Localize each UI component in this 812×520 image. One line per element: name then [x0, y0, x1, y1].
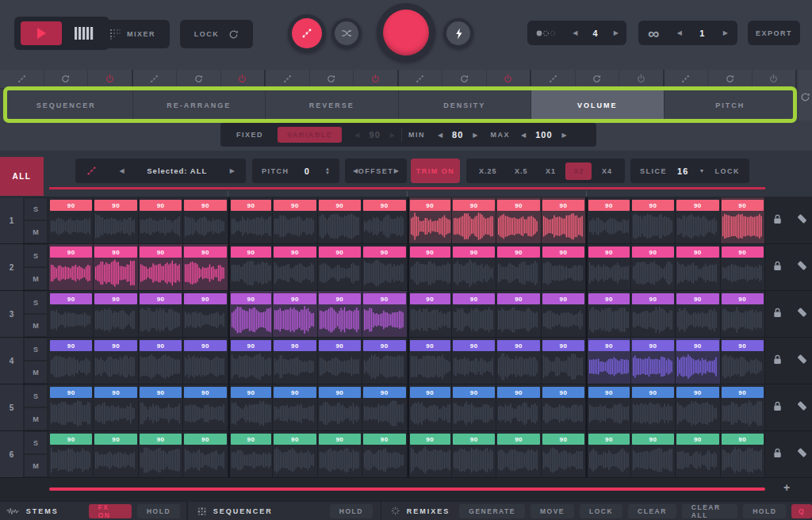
power-icon[interactable] [768, 74, 779, 84]
slice-cell[interactable]: 90 [496, 197, 541, 243]
slice-waveform[interactable] [140, 353, 182, 380]
fx-dice-icon-cell[interactable] [0, 70, 44, 88]
slice-waveform[interactable] [140, 446, 182, 474]
tab-re-arrange[interactable]: RE-ARRANGE [133, 90, 266, 120]
slice-waveform[interactable] [274, 353, 316, 380]
solo-button[interactable]: S [25, 198, 48, 220]
slice-cell[interactable]: 90 [139, 291, 183, 337]
slice-cell[interactable]: 90 [228, 197, 273, 243]
slice-cell[interactable]: 90 [721, 338, 765, 384]
slice-volume-header[interactable]: 90 [94, 200, 136, 211]
slice-cell[interactable]: 90 [408, 244, 452, 290]
track-number[interactable]: 3 [0, 291, 24, 337]
power-icon[interactable] [636, 74, 646, 84]
slice-waveform[interactable] [677, 259, 718, 287]
slice-volume-header[interactable]: 90 [722, 200, 764, 211]
slice-volume-header[interactable]: 90 [274, 340, 316, 351]
slice-waveform[interactable] [677, 212, 718, 240]
slice-waveform[interactable] [589, 400, 630, 427]
slice-cell[interactable]: 90 [676, 244, 720, 290]
slice-volume-header[interactable]: 90 [94, 387, 136, 398]
slice-volume-header[interactable]: 90 [184, 293, 226, 304]
slice-volume-header[interactable]: 90 [722, 434, 764, 445]
slice-volume-header[interactable]: 90 [94, 293, 136, 304]
slice-volume-header[interactable]: 90 [588, 200, 629, 211]
slice-cell[interactable]: 90 [318, 197, 362, 243]
slice-volume-header[interactable]: 90 [50, 340, 92, 351]
slice-waveform[interactable] [320, 446, 361, 474]
slice-volume-header[interactable]: 90 [632, 387, 674, 398]
slice-waveform[interactable] [411, 446, 452, 474]
slice-volume-header[interactable]: 90 [453, 340, 495, 351]
slice-waveform[interactable] [232, 400, 273, 427]
max-next-icon[interactable]: ▶ [562, 132, 567, 139]
fx-power-icon-cell[interactable] [88, 70, 133, 88]
slice-volume-header[interactable]: 90 [588, 387, 629, 398]
fixed-value-prev-icon[interactable]: ◀ [354, 132, 359, 139]
solo-button[interactable]: S [25, 385, 48, 407]
fx-refresh-icon-cell[interactable] [442, 70, 487, 88]
steps-prev-icon[interactable]: ◀ [573, 29, 577, 36]
slice-cell[interactable]: 90 [586, 291, 630, 337]
track-number[interactable]: 6 [0, 431, 24, 477]
slice-cell[interactable]: 90 [721, 244, 765, 290]
slice-volume-header[interactable]: 90 [632, 293, 674, 304]
slice-cell[interactable]: 90 [183, 244, 228, 290]
slice-waveform[interactable] [51, 400, 92, 427]
slice-cell[interactable]: 90 [408, 431, 452, 477]
slice-cell[interactable]: 90 [452, 291, 496, 337]
slice-waveform[interactable] [677, 353, 718, 380]
step-down-icon[interactable]: ▼ [325, 171, 330, 175]
slice-cell[interactable]: 90 [496, 291, 541, 337]
slice-volume-header[interactable]: 90 [497, 387, 539, 398]
auto-button[interactable] [446, 21, 470, 45]
slice-waveform[interactable] [232, 212, 273, 240]
slice-waveform[interactable] [95, 259, 136, 287]
slice-volume-header[interactable]: 90 [722, 247, 764, 258]
add-row-button[interactable]: + [783, 481, 790, 494]
row-eraser-icon[interactable] [796, 400, 808, 415]
slice-waveform[interactable] [140, 259, 182, 287]
slice-waveform[interactable] [51, 212, 92, 240]
fx-power-icon-cell[interactable] [354, 70, 399, 88]
slice-cell[interactable]: 90 [721, 291, 765, 337]
slice-cell[interactable]: 90 [542, 291, 586, 337]
slice-cell[interactable]: 90 [183, 431, 228, 477]
slice-volume-header[interactable]: 90 [497, 293, 539, 304]
slice-waveform[interactable] [722, 259, 764, 287]
slice-waveform[interactable] [677, 446, 718, 474]
refresh-icon[interactable] [592, 74, 602, 84]
slice-volume-header[interactable]: 90 [140, 293, 182, 304]
slice-cell[interactable]: 90 [676, 431, 720, 477]
slice-volume-header[interactable]: 90 [542, 247, 584, 258]
row-eraser-icon[interactable] [796, 354, 808, 369]
speed-x5[interactable]: X.5 [507, 162, 536, 180]
slice-cell[interactable]: 90 [228, 384, 273, 430]
slice-waveform[interactable] [95, 212, 136, 240]
slice-waveform[interactable] [633, 306, 674, 334]
slice-cell[interactable]: 90 [496, 431, 541, 477]
slice-volume-header[interactable]: 90 [542, 434, 584, 445]
mute-button[interactable]: M [25, 455, 48, 477]
slice-waveform[interactable] [498, 400, 539, 427]
slice-volume-header[interactable]: 90 [410, 340, 450, 351]
slice-volume-header[interactable]: 90 [94, 247, 136, 258]
fx-dice-icon-cell[interactable] [531, 70, 576, 88]
slice-cell[interactable]: 90 [452, 338, 496, 384]
slice-cell[interactable]: 90 [496, 384, 541, 430]
record-button[interactable] [383, 10, 429, 55]
offset-next-icon[interactable]: ▶ [394, 167, 399, 174]
slice-volume-header[interactable]: 90 [319, 340, 361, 351]
tab-volume[interactable]: VOLUME [531, 90, 665, 120]
slice-waveform[interactable] [543, 446, 584, 474]
slice-waveform[interactable] [498, 212, 539, 240]
slice-waveform[interactable] [364, 400, 405, 427]
fx-refresh-icon-cell[interactable] [44, 70, 89, 88]
dice-icon[interactable] [17, 74, 27, 84]
slice-volume-header[interactable]: 90 [363, 340, 405, 351]
fx-power-icon-cell[interactable] [221, 70, 266, 88]
slice-cell[interactable]: 90 [183, 338, 228, 384]
slice-volume-header[interactable]: 90 [363, 387, 405, 398]
offset-prev-icon[interactable]: ◀ [353, 167, 358, 174]
slice-waveform[interactable] [274, 259, 316, 287]
